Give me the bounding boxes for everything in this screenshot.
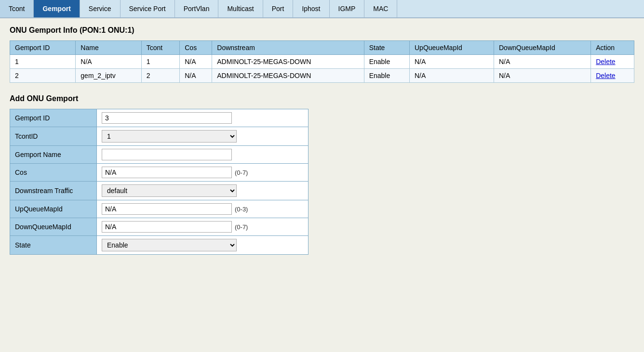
form-row-gemport_name: Gemport Name <box>10 146 309 164</box>
tab-gemport[interactable]: Gemport <box>34 0 80 17</box>
form-row-cos: Cos(0-7) <box>10 164 309 182</box>
form-value-downstream_traffic: default <box>97 182 309 200</box>
table-cell: N/A <box>494 55 591 69</box>
form-label-up_queue_map_id: UpQueueMapId <box>10 200 97 218</box>
table-cell: 1 <box>10 55 76 69</box>
form-value-state: EnableDisable <box>97 236 309 255</box>
form-label-down_queue_map_id: DownQueueMapId <box>10 218 97 236</box>
col-header-upqueuemapid: UpQueueMapId <box>410 41 494 55</box>
table-cell: 2 <box>10 69 76 83</box>
form-value-gemport_name <box>97 146 309 164</box>
form-row-gemport_id: Gemport ID <box>10 109 309 127</box>
table-cell: N/A <box>410 55 494 69</box>
table-cell: 2 <box>141 69 180 83</box>
form-value-cos: (0-7) <box>97 164 309 182</box>
form-label-tcont_id: TcontID <box>10 127 97 146</box>
form-label-gemport_name: Gemport Name <box>10 146 97 164</box>
form-body: Gemport IDTcontID1234Gemport NameCos(0-7… <box>10 109 309 255</box>
tab-portvlan[interactable]: PortVlan <box>175 0 219 17</box>
down_queue_map_id-hint: (0-7) <box>235 223 248 231</box>
table-cell: N/A <box>410 69 494 83</box>
gemport_name-input[interactable] <box>102 149 232 160</box>
col-header-action: Action <box>591 41 634 55</box>
table-body: 1N/A1N/AADMINOLT-25-MEGAS-DOWNEnableN/AN… <box>10 55 634 83</box>
col-header-gemport-id: Gemport ID <box>10 41 76 55</box>
tab-service-port[interactable]: Service Port <box>121 0 175 17</box>
form-row-up_queue_map_id: UpQueueMapId(0-3) <box>10 200 309 218</box>
col-header-cos: Cos <box>180 41 212 55</box>
col-header-state: State <box>364 41 409 55</box>
tcont_id-select[interactable]: 1234 <box>102 130 237 143</box>
table-cell: Enable <box>364 69 409 83</box>
delete-link[interactable]: Delete <box>596 72 615 79</box>
col-header-downstream: Downstream <box>212 41 364 55</box>
state-select[interactable]: EnableDisable <box>102 239 237 251</box>
gemport_id-input[interactable] <box>102 112 232 124</box>
form-row-down_queue_map_id: DownQueueMapId(0-7) <box>10 218 309 236</box>
form-label-downstream_traffic: Downstream Traffic <box>10 182 97 200</box>
col-header-tcont: Tcont <box>141 41 180 55</box>
tab-port[interactable]: Port <box>263 0 294 17</box>
table-cell: 1 <box>141 55 180 69</box>
table-cell: ADMINOLT-25-MEGAS-DOWN <box>212 55 364 69</box>
table-header: Gemport IDNameTcontCosDownstreamStateUpQ… <box>10 41 634 55</box>
table-cell: N/A <box>76 55 141 69</box>
table-row: 2gem_2_iptv2N/AADMINOLT-25-MEGAS-DOWNEna… <box>10 69 634 83</box>
form-value-up_queue_map_id: (0-3) <box>97 200 309 218</box>
form-value-gemport_id <box>97 109 309 127</box>
form-label-state: State <box>10 236 97 255</box>
table-cell: gem_2_iptv <box>76 69 141 83</box>
down_queue_map_id-input[interactable] <box>102 221 232 233</box>
col-header-downqueuemapid: DownQueueMapId <box>494 41 591 55</box>
form-value-tcont_id: 1234 <box>97 127 309 146</box>
info-section-title: ONU Gemport Info (PON:1 ONU:1) <box>10 26 634 35</box>
up_queue_map_id-input[interactable] <box>102 203 232 215</box>
tab-mac[interactable]: MAC <box>364 0 397 17</box>
gemport-info-table: Gemport IDNameTcontCosDownstreamStateUpQ… <box>10 40 634 83</box>
up_queue_map_id-hint: (0-3) <box>235 206 248 213</box>
table-cell: N/A <box>180 55 212 69</box>
form-row-downstream_traffic: Downstream Trafficdefault <box>10 182 309 200</box>
col-header-name: Name <box>76 41 141 55</box>
delete-link[interactable]: Delete <box>596 58 615 65</box>
table-cell: N/A <box>180 69 212 83</box>
form-label-cos: Cos <box>10 164 97 182</box>
table-cell: ADMINOLT-25-MEGAS-DOWN <box>212 69 364 83</box>
cos-input[interactable] <box>102 167 232 178</box>
table-row: 1N/A1N/AADMINOLT-25-MEGAS-DOWNEnableN/AN… <box>10 55 634 69</box>
action-cell: Delete <box>591 69 634 83</box>
form-row-state: StateEnableDisable <box>10 236 309 255</box>
add-gemport-form: Gemport IDTcontID1234Gemport NameCos(0-7… <box>10 109 309 255</box>
table-cell: Enable <box>364 55 409 69</box>
tab-multicast[interactable]: Multicast <box>218 0 263 17</box>
tab-igmp[interactable]: IGMP <box>330 0 365 17</box>
form-label-gemport_id: Gemport ID <box>10 109 97 127</box>
tab-service[interactable]: Service <box>80 0 121 17</box>
main-content: ONU Gemport Info (PON:1 ONU:1) Gemport I… <box>0 18 644 262</box>
cos-hint: (0-7) <box>235 169 248 176</box>
add-section-title: Add ONU Gemport <box>10 94 634 103</box>
tab-iphost[interactable]: Iphost <box>293 0 329 17</box>
table-cell: N/A <box>494 69 591 83</box>
tab-bar: TcontGemportServiceService PortPortVlanM… <box>0 0 644 18</box>
form-value-down_queue_map_id: (0-7) <box>97 218 309 236</box>
form-row-tcont_id: TcontID1234 <box>10 127 309 146</box>
downstream_traffic-select[interactable]: default <box>102 184 237 197</box>
tab-tcont[interactable]: Tcont <box>0 0 34 17</box>
action-cell: Delete <box>591 55 634 69</box>
